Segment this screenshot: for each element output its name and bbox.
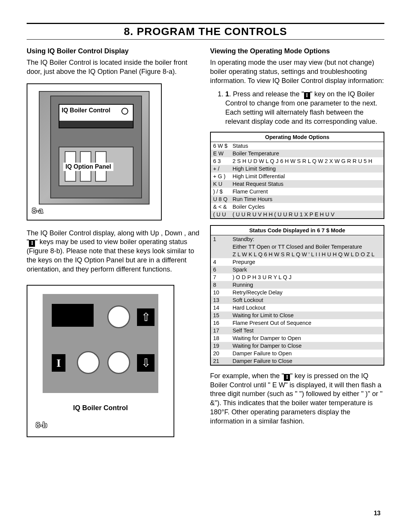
code-cell: 15 (210, 312, 230, 319)
device-button-bar (59, 121, 133, 128)
code-cell: ( U U (210, 211, 230, 219)
table1-header: Operating Mode Options (210, 132, 384, 142)
table-row: Z L W K L Q 6 H W S R L Q W ' L I I H U … (210, 251, 384, 258)
figure-8a-tag: 8-a (32, 206, 43, 215)
iq-option-panel-label: IQ Option Panel (63, 163, 113, 171)
round-button (77, 351, 100, 374)
code-cell (210, 251, 230, 258)
table-row: ) / $Flame Current (210, 188, 384, 195)
table-row: 14Hard Lockout (210, 304, 384, 312)
desc-cell: Standby: (230, 235, 384, 243)
desc-cell: Heat Request Status (230, 180, 384, 188)
status-code-table: Status Code Displayed in 6 7 $ Mode 1Sta… (210, 225, 384, 366)
desc-cell: ( U U R U V H H ( U U R U 1 X P E H U V (230, 211, 384, 219)
operating-mode-options-table: Operating Mode Options 6 W $StatusE WBoi… (210, 132, 384, 219)
step-1-pre: Press and release the " (233, 90, 304, 98)
moon-icon (121, 108, 128, 115)
desc-cell: Flame Current (230, 188, 384, 195)
para-intro: The IQ Boiler Control is located inside … (27, 58, 201, 77)
para-operating-mode: In operating mode the user may view (but… (210, 58, 384, 85)
table-row: 16Flame Present Out of Sequence (210, 319, 384, 327)
table-row: 8Running (210, 281, 384, 289)
code-cell: + G ) (210, 173, 230, 180)
table-row: 20Damper Failure to Open (210, 350, 384, 357)
code-cell: 14 (210, 304, 230, 312)
desc-cell: Spark (230, 266, 384, 273)
table-row: 19Waiting for Damper to Close (210, 342, 384, 350)
desc-cell: Retry/Recycle Delay (230, 289, 384, 296)
code-cell: 1 (210, 235, 230, 243)
table-row: 21Damper Failure to Close (210, 357, 384, 365)
desc-cell: Flame Present Out of Sequence (230, 319, 384, 327)
code-cell: ) / $ (210, 188, 230, 195)
table-row: 15Waiting for Limit to Close (210, 312, 384, 319)
desc-cell: Status (230, 142, 384, 150)
up-arrow-icon: ⇧ (137, 308, 155, 326)
code-cell (210, 243, 230, 251)
code-cell: 21 (210, 357, 230, 365)
page-title: 8. PROGRAM THE CONTROLS (27, 26, 384, 38)
code-cell: 8 (210, 281, 230, 289)
iq-option-panel-device: IQ Option Panel (59, 147, 134, 186)
desc-cell: Z L W K L Q 6 H W S R L Q W ' L I I H U … (230, 251, 384, 258)
iq-boiler-control-device: IQ Boiler Control (59, 104, 134, 128)
desc-cell: Waiting for Damper to Close (230, 342, 384, 350)
desc-cell: High Limit Differential (230, 173, 384, 180)
page-number: 13 (374, 510, 381, 517)
code-cell: 10 (210, 289, 230, 296)
table-row: 6 32 S H U D W L Q J 6 H W S R L Q W 2 X… (210, 157, 384, 165)
code-cell: 6 W $ (210, 142, 230, 150)
code-cell: 19 (210, 342, 230, 350)
table-row: U 8 QRun Time Hours (210, 195, 384, 203)
i-key-icon: I (284, 374, 290, 381)
lcd-display (52, 304, 94, 327)
i-key-icon: I (304, 92, 310, 99)
heading-using-display: Using IQ Boiler Control Display (27, 47, 201, 55)
i-key-icon: I (29, 240, 35, 247)
control-pad: ⇧ ⇩ I (43, 294, 158, 393)
desc-cell: ) O D P H 3 U R Y L Q J (230, 273, 384, 281)
code-cell: U 8 Q (210, 195, 230, 203)
table-row: 4Prepurge (210, 258, 384, 266)
table-row: E WBoiler Temperature (210, 150, 384, 157)
code-cell: 17 (210, 327, 230, 334)
desc-cell: Either TT Open or TT Closed and Boiler T… (230, 243, 384, 251)
desc-cell: Boiler Temperature (230, 150, 384, 157)
desc-cell: Waiting for Damper to Open (230, 334, 384, 342)
iq-boiler-control-label: IQ Boiler Control (62, 107, 110, 114)
code-cell: 4 (210, 258, 230, 266)
table-row: + G )High Limit Differential (210, 173, 384, 180)
round-button (107, 351, 130, 374)
code-cell: 6 (210, 266, 230, 273)
heading-viewing-options: Viewing the Operating Mode Options (210, 47, 384, 55)
para-example-pre: For example, when the " (210, 372, 284, 380)
para-display-keys-post: " keys may be used to view boiler operat… (27, 238, 194, 273)
desc-cell: Self Test (230, 327, 384, 334)
table-row: 6 W $Status (210, 142, 384, 150)
table-row: 1Standby: (210, 235, 384, 243)
down-arrow-icon: ⇩ (137, 354, 155, 372)
code-cell: K U (210, 180, 230, 188)
rule-thin (27, 39, 384, 40)
para-example-post: " key is pressed on the IQ Boiler Contro… (210, 372, 382, 425)
table-row: 17Self Test (210, 327, 384, 334)
code-cell: & < & (210, 203, 230, 211)
round-button (107, 305, 130, 328)
steps-list: 1. Press and release the "I" key on the … (221, 90, 384, 126)
i-key-icon: I (52, 354, 65, 372)
table-row: 6Spark (210, 266, 384, 273)
step-1: 1. Press and release the "I" key on the … (225, 90, 384, 126)
desc-cell: Prepurge (230, 258, 384, 266)
figure-8b: ⇧ ⇩ I IQ Boiler Control 8-b (27, 285, 174, 437)
desc-cell: Damper Failure to Close (230, 357, 384, 365)
desc-cell: High Limit Setting (230, 165, 384, 173)
right-column: Viewing the Operating Mode Options In op… (210, 45, 384, 446)
desc-cell: 2 S H U D W L Q J 6 H W S R L Q W 2 X W … (230, 157, 384, 165)
rule-heavy (27, 23, 384, 24)
desc-cell: Run Time Hours (230, 195, 384, 203)
table-row: ( U U( U U R U V H H ( U U R U 1 X P E H… (210, 211, 384, 219)
code-cell: 13 (210, 296, 230, 304)
figure-8b-tag: 8-b (36, 421, 47, 430)
desc-cell: Soft Lockout (230, 296, 384, 304)
desc-cell: Boiler Cycles (230, 203, 384, 211)
